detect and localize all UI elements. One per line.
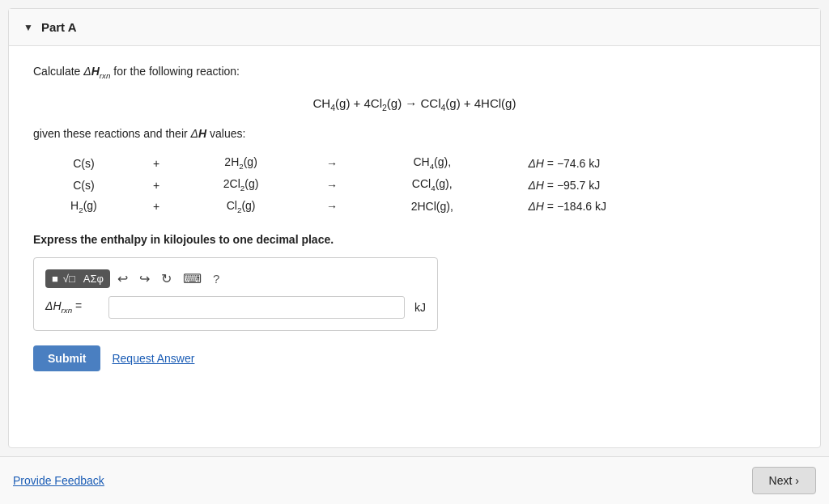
express-text: Express the enthalpy in kilojoules to on…	[33, 233, 796, 246]
sqrt-icon[interactable]: √□	[62, 272, 77, 286]
part-header[interactable]: ▼ Part A	[9, 9, 820, 46]
answer-box: ■ √□ ΑΣφ ↩ ↪ ↻ ⌨ ? ΔHrxn = kJ	[33, 257, 438, 331]
request-answer-button[interactable]: Request Answer	[112, 352, 194, 365]
provide-feedback-button[interactable]: Provide Feedback	[13, 474, 104, 487]
redo-button[interactable]: ↪	[135, 269, 154, 288]
refresh-button[interactable]: ↻	[157, 269, 176, 288]
answer-label: ΔHrxn =	[45, 299, 102, 315]
main-card: ▼ Part A Calculate ΔHrxn for the followi…	[8, 8, 821, 448]
given-text: given these reactions and their ΔH value…	[33, 127, 796, 140]
main-equation: CH4(g) + 4Cl2(g) → CCl4(g) + 4HCl(g)	[33, 96, 796, 112]
unit-label: kJ	[414, 301, 426, 314]
undo-button[interactable]: ↩	[113, 269, 132, 288]
problem-intro: Calculate ΔHrxn for the following reacti…	[33, 62, 796, 82]
keyboard-button[interactable]: ⌨	[179, 269, 206, 288]
part-content: Calculate ΔHrxn for the following reacti…	[9, 46, 820, 396]
answer-row: ΔHrxn = kJ	[45, 296, 426, 319]
answer-input[interactable]	[108, 296, 405, 319]
action-row: Submit Request Answer	[33, 345, 796, 371]
help-icon[interactable]: ?	[209, 270, 223, 287]
submit-button[interactable]: Submit	[33, 345, 100, 371]
reaction-row-1: C(s) + 2H2(g) → CH4(g), ΔH = −74.6 kJ	[35, 153, 794, 173]
reaction-row-3: H2(g) + Cl2(g) → 2HCl(g), ΔH = −184.6 kJ	[35, 197, 794, 217]
chevron-down-icon: ▼	[23, 22, 33, 33]
math-btn-group[interactable]: ■ √□ ΑΣφ	[45, 269, 110, 288]
footer: Provide Feedback Next ›	[0, 456, 829, 504]
reaction-row-2: C(s) + 2Cl2(g) → CCl4(g), ΔH = −95.7 kJ	[35, 175, 794, 195]
math-toolbar: ■ √□ ΑΣφ ↩ ↪ ↻ ⌨ ?	[45, 269, 426, 288]
math-symbols-icon[interactable]: ■	[50, 272, 60, 286]
part-title: Part A	[41, 20, 77, 34]
greek-icon[interactable]: ΑΣφ	[82, 272, 105, 286]
next-chevron-icon: ›	[795, 474, 799, 487]
next-button[interactable]: Next ›	[752, 467, 816, 494]
next-label: Next	[769, 474, 793, 487]
reactions-table: C(s) + 2H2(g) → CH4(g), ΔH = −74.6 kJ C(…	[33, 151, 796, 218]
